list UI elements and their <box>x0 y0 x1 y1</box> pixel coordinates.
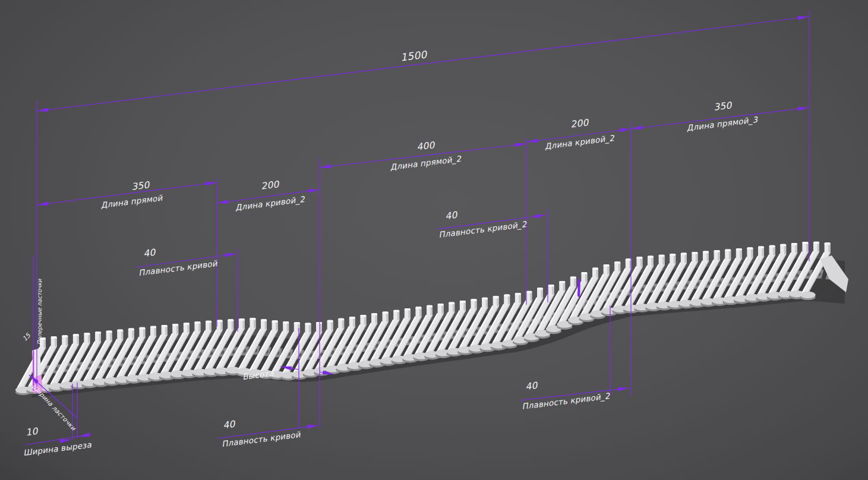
dim-transverse-value[interactable]: 15 <box>21 331 32 342</box>
model-lamella-band[interactable] <box>15 242 848 398</box>
dim-total-length[interactable]: 1500 <box>37 17 809 111</box>
dim-straight3-label[interactable]: Длина прямой_3 <box>686 115 759 134</box>
dim-straight2-value[interactable]: 400 <box>416 140 435 153</box>
scene-svg[interactable]: 1500 350 Длина прямой 200 Длина кривой_2… <box>0 0 868 480</box>
dim-smooth2[interactable]: 40 Плавность кривой_2 <box>437 210 546 240</box>
dim-smooth3-label[interactable]: Плавность кривой <box>221 430 301 449</box>
dim-straight1-value[interactable]: 350 <box>131 179 150 192</box>
dim-curve2-value[interactable]: 200 <box>570 117 589 130</box>
dim-straight1-label[interactable]: Длина прямой <box>100 193 164 210</box>
dim-cutout-label[interactable]: Ширина выреза <box>23 440 92 457</box>
dim-curve1[interactable]: 200 Длина кривой_2 <box>217 179 320 213</box>
dim-straight2-label[interactable]: Длина прямой_2 <box>390 154 463 173</box>
dim-smooth1-value[interactable]: 40 <box>143 247 156 259</box>
dim-curve1-label[interactable]: Длина кривой_2 <box>235 194 306 213</box>
dim-curve2-label[interactable]: Длина кривой_2 <box>544 133 616 151</box>
dim-smooth1[interactable]: 40 Плавность кривой <box>135 247 236 277</box>
dim-total-value[interactable]: 1500 <box>400 48 428 63</box>
cad-viewport[interactable]: 1500 350 Длина прямой 200 Длина кривой_2… <box>0 0 868 480</box>
dim-smooth3-value[interactable]: 40 <box>222 419 236 431</box>
dim-straight3-value[interactable]: 350 <box>713 100 733 113</box>
dim-smooth4-label[interactable]: Плавность кривой_2 <box>521 391 611 412</box>
dim-curve1-value[interactable]: 200 <box>260 179 280 192</box>
dim-straight3[interactable]: 350 Длина прямой_3 <box>631 100 809 133</box>
dim-cutout[interactable]: 10 Ширина выреза <box>23 426 92 457</box>
dim-transverse[interactable]: Поперечные ласточки 15 <box>21 279 43 345</box>
dim-transverse-label[interactable]: Поперечные ласточки <box>36 279 43 345</box>
dim-cutout-value[interactable]: 10 <box>25 426 39 438</box>
dim-straight2[interactable]: 400 Длина прямой_2 <box>320 140 526 172</box>
dim-smooth2-value[interactable]: 40 <box>444 210 458 222</box>
dim-smooth4-value[interactable]: 40 <box>525 380 538 392</box>
dim-straight1[interactable]: 350 Длина прямой <box>37 179 217 210</box>
dim-curve2[interactable]: 200 Длина кривой_2 <box>526 117 631 151</box>
dim-smooth2-label[interactable]: Плавность кривой_2 <box>438 219 528 240</box>
dim-smooth4[interactable]: 40 Плавность кривой_2 <box>520 380 629 412</box>
dim-smooth3[interactable]: 40 Плавность кривой <box>217 419 318 449</box>
